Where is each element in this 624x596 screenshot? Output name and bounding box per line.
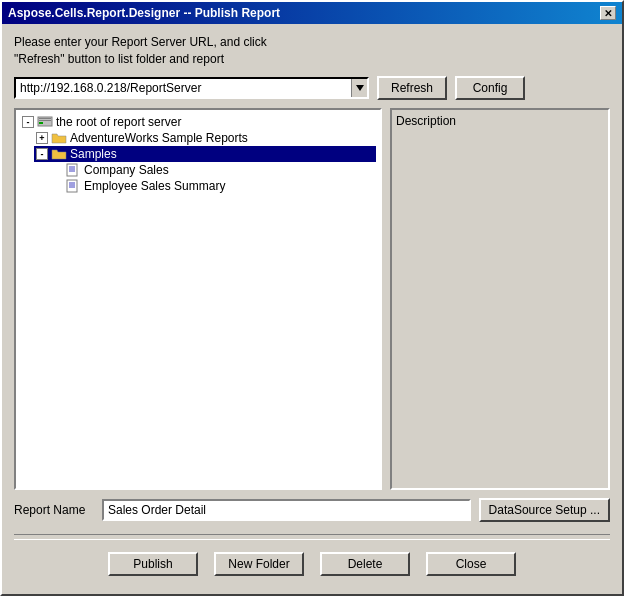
- url-input[interactable]: [20, 81, 363, 95]
- publish-button[interactable]: Publish: [108, 552, 198, 576]
- window-title: Aspose.Cells.Report.Designer -- Publish …: [8, 6, 280, 20]
- report-name-row: Report Name DataSource Setup ...: [14, 498, 610, 522]
- tree-samples-row: - Samples: [20, 146, 376, 162]
- close-button[interactable]: ✕: [600, 6, 616, 20]
- tree-employee-sales[interactable]: Employee Sales Summary: [48, 178, 376, 194]
- action-buttons: Publish New Folder Delete Close: [14, 552, 610, 584]
- instruction-line2: "Refresh" button to list folder and repo…: [14, 51, 610, 68]
- adventureworks-expander[interactable]: +: [36, 132, 48, 144]
- tree-root[interactable]: - the root of report server: [20, 114, 376, 130]
- samples-expander[interactable]: -: [36, 148, 48, 160]
- delete-button[interactable]: Delete: [320, 552, 410, 576]
- svg-rect-9: [67, 180, 77, 192]
- tree-company-sales-row: Company Sales: [20, 162, 376, 178]
- main-area: - the root of report server +: [14, 108, 610, 490]
- folder-icon-samples: [51, 147, 67, 161]
- description-label: Description: [396, 114, 456, 128]
- instruction-line1: Please enter your Report Server URL, and…: [14, 34, 610, 51]
- title-bar: Aspose.Cells.Report.Designer -- Publish …: [2, 2, 622, 24]
- main-window: Aspose.Cells.Report.Designer -- Publish …: [0, 0, 624, 596]
- url-row: Refresh Config: [14, 76, 610, 100]
- url-dropdown-button[interactable]: [351, 79, 367, 97]
- content-area: Please enter your Report Server URL, and…: [2, 24, 622, 594]
- company-sales-label: Company Sales: [84, 163, 169, 177]
- employee-sales-label: Employee Sales Summary: [84, 179, 225, 193]
- instructions: Please enter your Report Server URL, and…: [14, 34, 610, 68]
- report-icon-employee-sales: [65, 179, 81, 193]
- tree-adventureworks[interactable]: + AdventureWorks Sample Reports: [34, 130, 376, 146]
- new-folder-button[interactable]: New Folder: [214, 552, 304, 576]
- svg-marker-0: [356, 85, 364, 91]
- tree-company-sales[interactable]: Company Sales: [48, 162, 376, 178]
- report-icon-company-sales: [65, 163, 81, 177]
- refresh-button[interactable]: Refresh: [377, 76, 447, 100]
- root-expander[interactable]: -: [22, 116, 34, 128]
- tree-samples[interactable]: - Samples: [34, 146, 376, 162]
- svg-rect-4: [39, 122, 43, 124]
- folder-icon-adventureworks: [51, 131, 67, 145]
- separator: [14, 530, 610, 544]
- server-icon: [37, 115, 53, 129]
- svg-rect-3: [39, 120, 51, 121]
- adventureworks-label: AdventureWorks Sample Reports: [70, 131, 248, 145]
- samples-label: Samples: [70, 147, 117, 161]
- description-panel: Description: [390, 108, 610, 490]
- report-name-label: Report Name: [14, 503, 94, 517]
- action-close-button[interactable]: Close: [426, 552, 516, 576]
- tree-root-label: the root of report server: [56, 115, 181, 129]
- tree-adventureworks-row: + AdventureWorks Sample Reports: [20, 130, 376, 146]
- report-name-input[interactable]: [102, 499, 471, 521]
- svg-rect-5: [67, 164, 77, 176]
- tree-employee-sales-row: Employee Sales Summary: [20, 178, 376, 194]
- svg-rect-2: [39, 118, 51, 119]
- datasource-setup-button[interactable]: DataSource Setup ...: [479, 498, 610, 522]
- url-combobox[interactable]: [14, 77, 369, 99]
- config-button[interactable]: Config: [455, 76, 525, 100]
- tree-panel[interactable]: - the root of report server +: [14, 108, 382, 490]
